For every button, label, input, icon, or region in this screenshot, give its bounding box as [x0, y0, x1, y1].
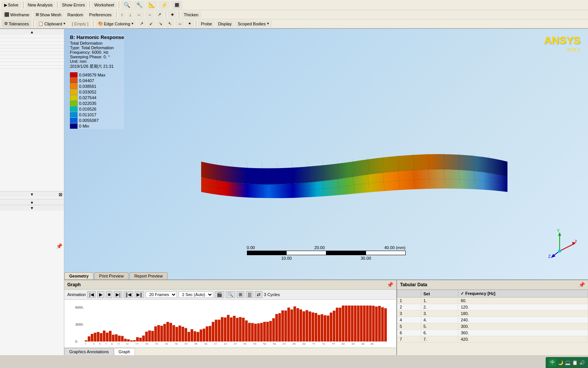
arrow-btn-1[interactable]: ↑ [118, 11, 126, 18]
edge-coloring-button[interactable]: 🎨 Edge Coloring ▼ [95, 20, 137, 27]
icon-r3-3[interactable]: ↘ [156, 20, 165, 27]
anim-next-frame-btn[interactable]: ▶‖ [135, 291, 144, 298]
legend-row: 0.04407 [70, 78, 124, 83]
bar-13 [121, 336, 124, 341]
sidebar-item-3[interactable] [0, 42, 64, 45]
arrow-btn-5[interactable]: ↗ [155, 11, 164, 18]
scroll-down-arrow-2[interactable]: ▼ [0, 205, 64, 211]
legend-line4: Sweeping Phase: 0. ° [70, 55, 124, 59]
preferences-button[interactable]: Preferences [87, 11, 114, 18]
sidebar-item-1[interactable] [0, 35, 64, 38]
anim-icon-5[interactable]: ⇄ [255, 291, 262, 298]
icon-btn-5[interactable]: 🔳 [171, 1, 183, 9]
tab-graph[interactable]: Graph [114, 348, 135, 355]
sidebar-item-5[interactable] [0, 48, 64, 52]
icon-r3-2[interactable]: ↙ [147, 20, 155, 27]
anim-icon-4[interactable]: ||| [246, 291, 253, 298]
sidebar-item-8[interactable] [0, 59, 64, 62]
anim-stop-btn[interactable]: ■ [106, 291, 112, 298]
viewport[interactable]: ANSYS R19.1 B: Harmonic Response Total D… [64, 29, 588, 279]
icon-r3-1[interactable]: ↗ [137, 20, 146, 27]
scroll-down-arrow[interactable]: ▼ [0, 191, 64, 197]
svg-text:56: 56 [263, 343, 266, 345]
bar-29 [169, 323, 172, 341]
bar-90 [354, 306, 357, 341]
icon-btn-3[interactable]: 📐 [146, 1, 158, 9]
icon-r3-6[interactable]: ✦ [185, 20, 194, 27]
anim-icon-1[interactable]: 🎬 [215, 291, 224, 298]
legend-row: 0 Min [70, 123, 124, 129]
legend-swatch [70, 89, 78, 95]
sidebar-item-7[interactable] [0, 55, 64, 59]
arrow-btn-3[interactable]: ← [135, 11, 144, 18]
sidebar-item-6[interactable] [0, 52, 64, 55]
sidebar-item-9[interactable] [0, 62, 64, 65]
icon-btn-2[interactable]: 🔧 [133, 1, 145, 9]
bar-26 [160, 326, 163, 341]
probe-button[interactable]: Probe [198, 20, 214, 27]
bar-15 [127, 339, 130, 341]
icon-btn-1[interactable]: 🔍 [121, 1, 133, 9]
tab-print-preview[interactable]: Print Preview [94, 272, 129, 279]
anim-start-btn[interactable]: |◀ [87, 291, 96, 298]
tab-geometry[interactable]: Geometry [64, 272, 93, 279]
icon-r3-5[interactable]: ↔ [175, 20, 185, 27]
col-header-freq: ✓ Frequency [Hz] [458, 290, 588, 298]
sidebar-item-2[interactable] [0, 38, 64, 42]
clipboard-button[interactable]: 📋 Clipboard ▼ [36, 20, 68, 27]
anim-prev-frame-btn[interactable]: ‖◀ [124, 291, 133, 298]
bar-44 [215, 320, 217, 341]
bar-48 [227, 315, 230, 341]
col-header-row [397, 290, 421, 298]
table-row[interactable]: 33.180. [397, 310, 588, 317]
svg-text:86: 86 [361, 343, 365, 345]
display-button[interactable]: Display [216, 20, 234, 27]
show-mesh-button[interactable]: ⊞ Show Mesh [33, 11, 64, 18]
scroll-up-arrow[interactable]: ▲ [0, 29, 64, 35]
solve-button[interactable]: ▶ Solve [2, 2, 21, 9]
random-button[interactable]: Random [65, 11, 86, 18]
anim-end-btn[interactable]: ▶| [114, 291, 122, 298]
thicken-button[interactable]: Thicken [181, 11, 201, 18]
worksheet-button[interactable]: Worksheet [92, 2, 116, 8]
bar-20 [142, 335, 145, 341]
tolerances-button[interactable]: ⚙ Tolerances [2, 20, 31, 27]
arrow-btn-2[interactable]: ↓ [127, 11, 134, 18]
table-row[interactable]: 55.300. [397, 323, 588, 330]
table-row[interactable]: 77.420. [397, 336, 588, 343]
svg-text:35: 35 [194, 343, 197, 345]
arrow-btn-4[interactable]: → [145, 11, 154, 18]
sidebar-item-10[interactable] [0, 65, 64, 69]
bar-16 [130, 340, 133, 341]
show-errors-button[interactable]: Show Errors [59, 2, 88, 8]
frames-select[interactable]: 20 Frames [146, 291, 177, 298]
bar-2 [88, 336, 90, 341]
table-row[interactable]: 44.240. [397, 317, 588, 323]
tab-report-preview[interactable]: Report Preview [129, 272, 168, 279]
scroll-up-arrow-2[interactable]: ▲ [0, 199, 64, 205]
solve-icon: ▶ [4, 3, 7, 8]
cycles-label: 3 Cycles [264, 292, 280, 297]
table-row[interactable]: 66.360. [397, 330, 588, 336]
scoped-bodies-button[interactable]: Scoped Bodies ▼ [235, 20, 272, 27]
legend-value-label: 0.022035 [79, 101, 96, 106]
wireframe-button[interactable]: ⬛ Wireframe [2, 11, 32, 18]
table-row[interactable]: 11.60. [397, 298, 588, 304]
star-btn[interactable]: ★ [168, 11, 177, 18]
graph-pin-icon[interactable]: 📌 [387, 282, 393, 288]
tab-graphics-annotations[interactable]: Graphics Annotations [64, 348, 114, 355]
table-row[interactable]: 22.120. [397, 304, 588, 310]
table-cell-row: 4 [397, 317, 421, 323]
anim-icon-2[interactable]: 🔍 [226, 291, 235, 298]
anim-play-btn[interactable]: ▶ [97, 291, 104, 298]
icon-btn-4[interactable]: ⚡ [158, 1, 170, 9]
icon-r3-4[interactable]: ↖ [166, 20, 174, 27]
tabular-pin-icon[interactable]: 📌 [579, 282, 585, 288]
pin-btn[interactable]: 📌 [56, 243, 62, 249]
anim-icon-3[interactable]: ⊞ [237, 291, 244, 298]
sep9 [93, 20, 93, 27]
legend-swatch [70, 78, 78, 83]
sidebar-item-4[interactable] [0, 45, 64, 48]
duration-select[interactable]: 2 Sec (Auto) [178, 291, 213, 298]
new-analysis-button[interactable]: New Analysis [25, 2, 55, 8]
